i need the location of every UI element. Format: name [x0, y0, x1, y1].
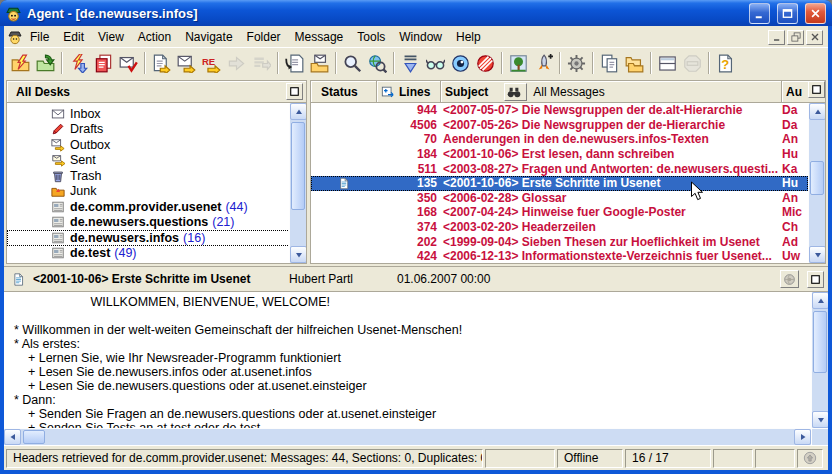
go-online-toggle[interactable]: [797, 449, 823, 468]
folders-scrollbar[interactable]: [289, 103, 306, 263]
menu-message[interactable]: Message: [288, 28, 351, 46]
menu-navigate[interactable]: Navigate: [178, 28, 239, 46]
scroll-down-icon[interactable]: [290, 246, 306, 263]
toolbar-gear-button[interactable]: [564, 51, 589, 76]
close-button[interactable]: [805, 3, 826, 24]
subject-column-header[interactable]: Subject All Messages: [441, 81, 782, 102]
toolbar-copy-button[interactable]: [597, 51, 622, 76]
message-row[interactable]: 424<2006-12-13> Informationstexte-Verzei…: [311, 249, 808, 263]
message-row[interactable]: 202<1999-09-04> Sieben Thesen zur Hoefli…: [311, 234, 808, 249]
toolbar-help-button[interactable]: ?: [713, 51, 738, 76]
toolbar-eye-button[interactable]: [448, 51, 473, 76]
scroll-thumb[interactable]: [23, 430, 45, 444]
menu-tools[interactable]: Tools: [350, 28, 392, 46]
menu-folder[interactable]: Folder: [240, 28, 288, 46]
message-row[interactable]: 70Aenderungen in den de.newusers.infos-T…: [311, 132, 808, 147]
toolbar-bolt-down-button[interactable]: [66, 51, 91, 76]
toolbar-layout-button[interactable]: [655, 51, 680, 76]
eye-icon: [451, 54, 470, 73]
menu-action[interactable]: Action: [131, 28, 178, 46]
scroll-thumb[interactable]: [813, 311, 827, 373]
toolbar-folder-bolt-button[interactable]: [8, 51, 33, 76]
toolbar-mail-file-button[interactable]: [307, 51, 332, 76]
menu-view[interactable]: View: [91, 28, 131, 46]
filter-search-button[interactable]: [504, 83, 527, 101]
folder-item-outbox[interactable]: Outbox: [7, 137, 306, 153]
folder-item-de-newusers-questions[interactable]: de.newusers.questions(21): [7, 215, 306, 231]
folder-item-drafts[interactable]: Drafts: [7, 122, 306, 138]
message-row[interactable]: 374<2003-02-20> HeaderzeilenCh: [311, 220, 808, 235]
scroll-thumb[interactable]: [810, 161, 824, 195]
message-options-button[interactable]: [780, 270, 799, 288]
message-row[interactable]: 511<2003-08-27> Fragen und Antworten: de…: [311, 161, 808, 176]
toolbar-down-bar-button[interactable]: [398, 51, 423, 76]
toolbar-mail-check-button[interactable]: [116, 51, 141, 76]
document-window-icon[interactable]: [7, 29, 23, 45]
mdi-restore-button[interactable]: [787, 30, 804, 45]
message-list-panel: Status Lines Subject All Messages Au 944…: [310, 80, 826, 264]
folder-item-inbox[interactable]: Inbox: [7, 106, 306, 122]
menu-window[interactable]: Window: [392, 28, 449, 46]
menu-file[interactable]: File: [23, 28, 56, 46]
toolbar-separator: [650, 52, 652, 74]
scroll-up-icon[interactable]: [809, 103, 825, 120]
toolbar-folder-open-button[interactable]: [33, 51, 58, 76]
title-bar[interactable]: Agent - [de.newusers.infos]: [0, 0, 832, 26]
message-row[interactable]: 168<2007-04-24> Hinweise fuer Google-Pos…: [311, 205, 808, 220]
maximize-folders-pane-button[interactable]: [286, 83, 303, 100]
mdi-minimize-button[interactable]: [768, 30, 785, 45]
folder-item-de-test[interactable]: de.test(49): [7, 246, 306, 262]
mail-out-icon: [51, 138, 65, 152]
status-bar: Headers retrieved for de.comm.provider.u…: [4, 445, 828, 470]
maximize-preview-pane-button[interactable]: [807, 271, 824, 288]
author-column-header[interactable]: Au: [782, 81, 808, 102]
toolbar-glasses-button[interactable]: [423, 51, 448, 76]
scroll-down-icon[interactable]: [812, 411, 828, 428]
lines-column-header[interactable]: Lines: [377, 81, 441, 102]
toolbar-tree-button[interactable]: [506, 51, 531, 76]
toolbar-zoom-button[interactable]: [340, 51, 365, 76]
menu-help[interactable]: Help: [449, 28, 488, 46]
scroll-right-icon[interactable]: [794, 429, 811, 445]
message-row[interactable]: 4506<2007-05-26> Die Newsgruppen der de-…: [311, 118, 808, 133]
toolbar-pages-red-button[interactable]: [91, 51, 116, 76]
scroll-up-icon[interactable]: [290, 103, 306, 120]
minimize-button[interactable]: [749, 3, 770, 24]
message-filter-label[interactable]: All Messages: [533, 85, 604, 99]
maximize-list-pane-button[interactable]: [808, 81, 825, 98]
folder-item-trash[interactable]: Trash: [7, 168, 306, 184]
toolbar-no-entry-button[interactable]: [473, 51, 498, 76]
body-horizontal-scrollbar[interactable]: [4, 428, 811, 445]
toolbar-page-import-button[interactable]: [282, 51, 307, 76]
message-lines: 184: [377, 147, 437, 161]
mdi-close-button[interactable]: [806, 30, 823, 45]
folder-item-junk[interactable]: Junk: [7, 184, 306, 200]
folder-item-de-comm-provider-usenet[interactable]: de.comm.provider.usenet(44): [7, 199, 306, 215]
toolbar-mail-reply-button[interactable]: [174, 51, 199, 76]
maximize-button[interactable]: [777, 3, 798, 24]
scroll-thumb[interactable]: [291, 122, 305, 210]
message-body-pane[interactable]: WILLKOMMEN, BIENVENUE, WELCOME! * Willko…: [4, 292, 828, 428]
message-row[interactable]: 184<2001-10-06> Erst lesen, dann schreib…: [311, 147, 808, 162]
messages-scrollbar[interactable]: [808, 103, 825, 263]
message-body-text: WILLKOMMEN, BIENVENUE, WELCOME! * Willko…: [4, 292, 828, 428]
folder-open-icon: [36, 54, 55, 73]
message-row[interactable]: 350<2006-02-28> GlossarAn: [311, 191, 808, 206]
message-row[interactable]: 135<2001-10-06> Erste Schritte im Usenet…: [311, 176, 808, 191]
toolbar-page-next-button[interactable]: [149, 51, 174, 76]
scroll-down-icon[interactable]: [809, 246, 825, 263]
scroll-up-icon[interactable]: [812, 292, 828, 309]
toolbar-rocket-button[interactable]: [531, 51, 556, 76]
stop-gray-icon: [683, 54, 702, 73]
folder-item-de-newusers-infos[interactable]: de.newusers.infos(16): [7, 230, 306, 246]
body-scrollbar[interactable]: [811, 292, 828, 428]
folder-item-sent[interactable]: Sent: [7, 153, 306, 169]
online-status[interactable]: Offline: [557, 449, 623, 468]
toolbar-folders-button[interactable]: [622, 51, 647, 76]
menu-edit[interactable]: Edit: [56, 28, 91, 46]
status-column-header[interactable]: Status: [311, 81, 377, 102]
toolbar-re-followup-button[interactable]: RE: [199, 51, 224, 76]
scroll-left-icon[interactable]: [4, 429, 21, 445]
toolbar-zoom-globe-button[interactable]: [365, 51, 390, 76]
message-row[interactable]: 944<2007-05-07> Die Newsgruppen der de.a…: [311, 103, 808, 118]
